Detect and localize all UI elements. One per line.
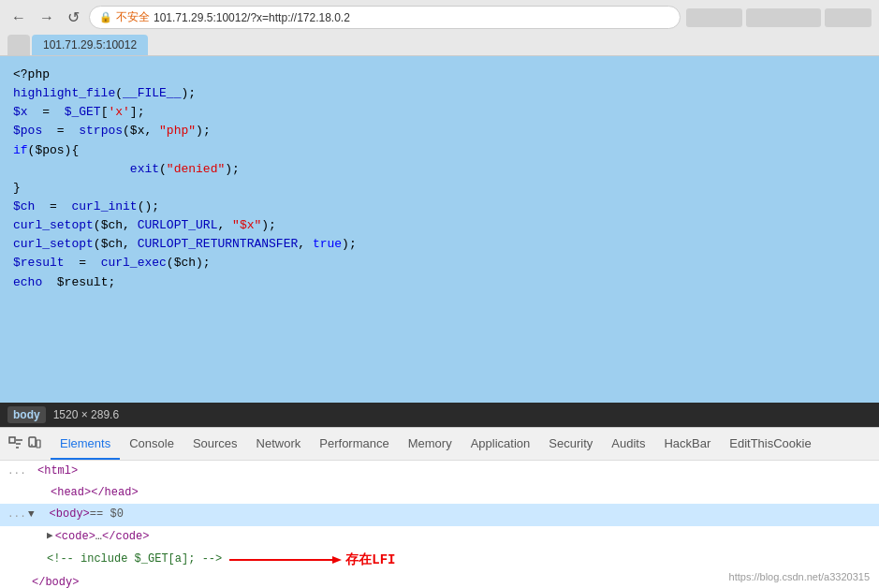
address-text: 101.71.29.5:10012/?x=http://172.18.0.2 (154, 11, 350, 24)
tab-hackbar[interactable]: HackBar (654, 429, 720, 460)
code-line-12: echo $result; (13, 273, 866, 292)
tab-editthiscookie[interactable]: EditThisCookie (720, 429, 820, 460)
tab-application[interactable]: Application (461, 429, 540, 460)
address-bar[interactable]: 🔒 不安全 101.71.29.5:10012/?x=http://172.18… (89, 6, 681, 29)
code-line-1: <?php (13, 66, 866, 84)
inspect-icon[interactable] (7, 435, 24, 452)
dom-line-head: <head></head> (0, 482, 879, 504)
code-line-5: if($pos){ (13, 141, 866, 160)
lock-icon: 🔒 (99, 11, 112, 23)
tab-audits[interactable]: Audits (602, 429, 654, 460)
element-info-bar: body 1520 × 289.6 (0, 403, 879, 427)
code-line-3: $x = $_GET['x']; (13, 103, 866, 122)
code-line-8: $ch = curl_init(); (13, 198, 866, 216)
dom-line-html: ... <html> (0, 461, 879, 482)
dom-line-code: ▶ <code> … </code> (0, 526, 879, 548)
security-label: 不安全 (116, 9, 150, 25)
back-button[interactable]: ← (7, 7, 30, 28)
element-dimensions: 1520 × 289.6 (53, 408, 119, 421)
svg-rect-5 (37, 440, 40, 448)
element-tag-badge: body (7, 406, 46, 423)
svg-marker-8 (332, 556, 342, 564)
watermark: https://blog.csdn.net/a3320315 (729, 571, 870, 582)
tab-security[interactable]: Security (539, 429, 602, 460)
forward-button[interactable]: → (36, 7, 58, 28)
code-display: <?php highlight_file(__FILE__); $x = $_G… (0, 56, 879, 403)
tab-console[interactable]: Console (120, 429, 183, 460)
code-line-11: $result = curl_exec($ch); (13, 254, 866, 272)
dom-viewer: ... <html> <head></head> ... ▼ <body> ==… (0, 461, 879, 588)
tab-elements[interactable]: Elements (51, 429, 120, 460)
svg-rect-0 (9, 437, 15, 443)
tab-active[interactable]: 101.71.29.5:10012 (32, 35, 148, 55)
browser-chrome: ← → ↺ 🔒 不安全 101.71.29.5:10012/?x=http://… (0, 0, 879, 56)
code-line-4: $pos = strpos($x, "php"); (13, 122, 866, 140)
tab-network[interactable]: Network (247, 429, 311, 460)
lfi-label: 存在LFI (345, 550, 395, 570)
tab-sources[interactable]: Sources (183, 429, 247, 460)
tab-bar: 101.71.29.5:10012 (7, 35, 872, 55)
code-line-7: } (13, 179, 866, 198)
tab-other[interactable] (7, 35, 30, 55)
reload-button[interactable]: ↺ (64, 7, 83, 28)
code-line-6: exit("denied"); (13, 160, 866, 179)
device-icon[interactable] (26, 435, 43, 452)
devtools-tabs: Elements Console Sources Network Perform… (0, 427, 879, 461)
nav-bar: ← → ↺ 🔒 不安全 101.71.29.5:10012/?x=http://… (7, 6, 872, 29)
code-line-2: highlight_file(__FILE__); (13, 84, 866, 103)
tab-performance[interactable]: Performance (310, 429, 398, 460)
tab-memory[interactable]: Memory (399, 429, 461, 460)
arrow-icon (229, 552, 342, 567)
code-line-9: curl_setopt($ch, CURLOPT_URL, "$x"); (13, 216, 866, 235)
dom-line-comment: <!-- include $_GET[a]; --> 存在LFI (0, 548, 879, 572)
dom-line-body: ... ▼ <body> == $0 (0, 504, 879, 525)
code-line-10: curl_setopt($ch, CURLOPT_RETURNTRANSFER,… (13, 235, 866, 254)
